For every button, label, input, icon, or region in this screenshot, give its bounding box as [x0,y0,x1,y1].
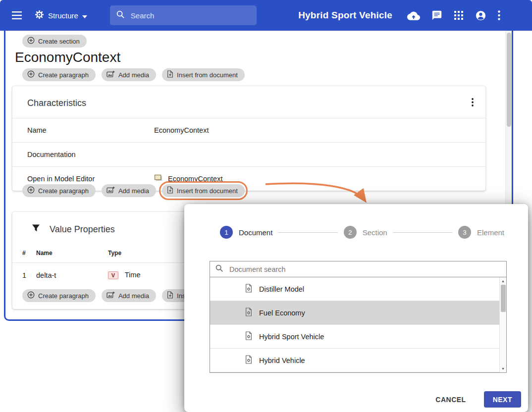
document-name: Hybrid Vehicle [259,357,305,364]
step-element[interactable]: 3 Element [458,226,504,239]
document-icon [245,355,253,365]
search-input[interactable] [130,11,251,20]
section-toolbar: Create section [22,35,499,48]
step-number: 1 [220,226,233,239]
add-media-button[interactable]: Add media [102,184,156,197]
add-media-button[interactable]: Add media [102,289,156,302]
step-label: Section [363,228,387,237]
paragraph-toolbar-top: Create paragraph Add media Insert from d… [22,68,499,81]
step-document[interactable]: 1 Document [220,226,272,239]
page-title: EconomyContext [15,50,499,65]
chip-label: Create paragraph [38,71,89,79]
list-item-fuel-economy[interactable]: Fuel Economy [210,301,506,325]
add-media-icon [106,291,115,300]
property-label: Documentation [27,151,154,158]
type-label: Time [125,271,141,279]
circle-plus-icon [27,186,35,195]
characteristics-title: Characteristics [27,98,86,108]
hamburger-menu-icon[interactable] [10,9,24,21]
model-editor-link[interactable]: EconomyContext [168,175,222,183]
document-list: Distiller Model Fuel Economy Hybrid Spor… [210,277,506,372]
search-icon [116,10,125,21]
cancel-button[interactable]: CANCEL [432,395,469,404]
step-number: 3 [458,226,471,239]
topbar-actions [407,10,500,21]
create-section-button[interactable]: Create section [22,35,87,48]
chip-label: Create paragraph [38,292,89,300]
create-paragraph-button[interactable]: Create paragraph [22,184,96,197]
insert-document-icon [167,186,173,195]
more-vertical-icon[interactable] [498,10,500,20]
step-label: Element [477,228,504,237]
chat-icon[interactable] [431,10,442,21]
insert-document-icon [167,291,173,300]
document-name: Hybrid Sport Vehicle [259,333,324,341]
search-icon [215,264,223,274]
insert-from-document-button-highlighted[interactable]: Insert from document [162,184,245,197]
insert-from-document-dialog: 1 Document 2 Section 3 Element [184,204,528,412]
insert-from-document-button[interactable]: Insert from document [162,68,245,81]
document-icon [245,308,253,318]
list-item-hybrid-sport-vehicle[interactable]: Hybrid Sport Vehicle [210,325,506,349]
cloud-upload-icon[interactable] [407,10,420,20]
chevron-down-icon [82,11,87,20]
document-name: Distiller Model [259,285,304,293]
apps-grid-icon[interactable] [454,10,464,20]
property-label: Name [27,126,154,134]
circle-plus-icon [27,37,35,46]
circle-plus-icon [27,70,35,79]
list-item-distiller-model[interactable]: Distiller Model [210,277,506,301]
column-header-type: Type [108,250,121,257]
column-header-index: # [22,250,36,257]
characteristics-card: Characteristics Name EconomyContext Docu… [12,86,485,191]
chip-label: Create section [38,38,80,45]
document-icon [245,284,253,294]
step-section[interactable]: 2 Section [344,226,387,239]
structure-nav-label: Structure [48,11,78,20]
property-row-name: Name EconomyContext [12,118,485,142]
step-connector [393,232,452,233]
app-window: Structure Hybrid Sport Vehicle [0,0,532,412]
list-scrollbar-thumb[interactable] [501,285,506,312]
value-type-badge: V [108,271,118,279]
list-item-hybrid-vehicle[interactable]: Hybrid Vehicle [210,349,506,372]
global-search[interactable] [110,5,257,25]
document-title: Hybrid Sport Vehicle [298,10,392,21]
chip-label: Create paragraph [38,187,89,195]
value-properties-title: Value Properties [50,224,115,235]
property-value: EconomyContext [154,126,209,134]
create-paragraph-button[interactable]: Create paragraph [22,68,96,81]
add-media-icon [106,70,115,79]
card-menu-icon[interactable] [468,96,478,110]
step-connector [278,232,337,233]
document-search-box[interactable] [210,261,506,277]
filter-funnel-icon [31,224,41,235]
next-button[interactable]: NEXT [484,391,521,408]
model-editor-icon [154,174,163,183]
document-search-input[interactable] [228,265,501,274]
chip-label: Insert from document [177,71,238,79]
step-number: 2 [344,226,357,239]
wizard-stepper: 1 Document 2 Section 3 Element [184,204,528,239]
create-paragraph-button[interactable]: Create paragraph [22,289,96,302]
structure-nav-dropdown[interactable]: Structure [32,9,90,21]
row-type: V Time [108,271,140,279]
account-icon[interactable] [475,10,486,21]
scroll-up-icon[interactable]: ▲ [501,277,505,284]
chip-label: Add media [118,187,149,195]
gear-icon [35,10,44,21]
scroll-down-icon[interactable]: ▼ [501,365,505,372]
chip-label: Add media [118,292,149,300]
document-name: Fuel Economy [259,309,305,317]
insert-document-icon [167,70,173,79]
chip-label: Insert from document [177,187,238,195]
chip-label: Add media [118,71,149,79]
list-scrollbar[interactable]: ▲ ▼ [499,277,506,372]
scrollbar-thumb[interactable] [507,33,511,127]
top-app-bar: Structure Hybrid Sport Vehicle [0,0,532,31]
paragraph-toolbar-middle: Create paragraph Add media Insert from d… [22,184,499,197]
row-name: delta-t [36,271,108,279]
document-icon [245,331,253,342]
add-media-button[interactable]: Add media [102,68,156,81]
property-row-documentation: Documentation [12,142,485,166]
